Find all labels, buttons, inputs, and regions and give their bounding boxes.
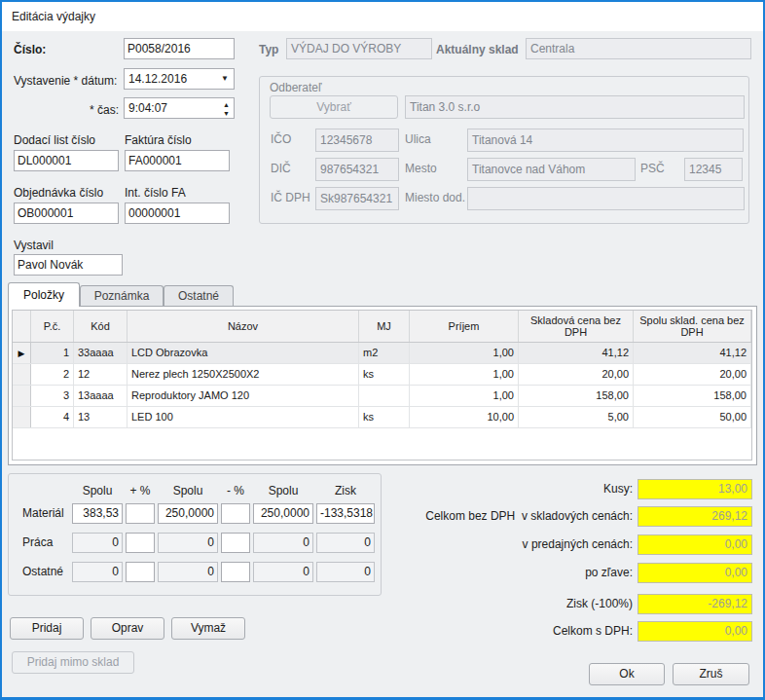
column-header-prijem[interactable]: Príjem <box>410 311 519 342</box>
celkom-skladove-label: Celkom bez DPH v skladových cenách: <box>255 506 633 527</box>
summary-input[interactable]: 0 <box>72 533 123 553</box>
predajne-value: 0,00 <box>638 534 752 555</box>
summary-input[interactable]: 0 <box>72 562 123 582</box>
ico-label: IČO <box>271 132 291 146</box>
date-value: 14.12.2016 <box>125 69 234 89</box>
cell-spolu: 20,00 <box>634 364 751 385</box>
vymaz-button[interactable]: Vymaž <box>171 617 245 640</box>
summary-input[interactable] <box>221 562 250 582</box>
cell-pc: 1 <box>31 343 74 363</box>
ico-value: 12345678 <box>316 129 398 151</box>
total-row-kusy: Kusy: 13,00 <box>255 479 752 499</box>
column-header-skladova-cena[interactable]: Skladová cena bez DPH <box>519 311 634 342</box>
total-row-zisk: Zisk (-100%) -269,12 <box>255 594 752 614</box>
cislo-input[interactable] <box>124 38 235 59</box>
title-bar[interactable]: Editácia výdajky <box>2 2 763 31</box>
summary-input[interactable]: 383,53 <box>72 503 123 524</box>
cell-mj <box>359 386 410 406</box>
cell-prijem: 10,00 <box>410 407 519 427</box>
ico-field: 12345678 <box>315 129 399 152</box>
summary-input[interactable]: 0 <box>158 562 218 582</box>
po-zlave-value: 0,00 <box>638 563 752 583</box>
ic-dph-label: IČ DPH <box>271 191 310 204</box>
ulica-value: Titanová 14 <box>468 129 743 151</box>
oprav-button[interactable]: Oprav <box>91 617 164 640</box>
dodaci-list-input[interactable] <box>14 150 119 171</box>
typ-value: VÝDAJ DO VÝROBY <box>287 39 431 58</box>
psc-label: PSČ <box>640 162 665 175</box>
summary-input[interactable] <box>221 533 250 553</box>
odberatel-group: Odberateľ Vybrať Titan 3.0 s.r.o IČO 123… <box>259 76 749 224</box>
column-header-spolu-cena[interactable]: Spolu sklad. cena bez DPH <box>634 311 751 342</box>
table-row[interactable]: 313aaaaReproduktory JAMO 1201,00158,0015… <box>13 386 751 407</box>
ok-button[interactable]: Ok <box>589 663 665 685</box>
cell-mj: m2 <box>359 343 410 363</box>
summary-input[interactable] <box>221 503 250 524</box>
column-header-pc[interactable]: P.č. <box>31 311 74 342</box>
psc-field: 12345 <box>684 158 743 181</box>
items-table-body: ▶133aaaaLCD Obrazovkam21,0041,1241,12212… <box>13 343 751 428</box>
summary-row-label: Práca <box>22 533 53 553</box>
cell-kod: 33aaaa <box>74 343 128 363</box>
cell-nazov: Nerez plech 1250X2500X2 <box>128 364 359 385</box>
dialog-body: Číslo: Vystavenie * dátum: 14.12.2016 ▼ … <box>2 31 763 697</box>
cell-cena: 20,00 <box>519 364 634 385</box>
summary-input[interactable]: 250,0000 <box>158 503 218 524</box>
cas-label: * čas: <box>14 103 119 117</box>
row-indicator <box>13 364 31 385</box>
zisk-label: Zisk (-100%) <box>255 594 633 614</box>
objednavka-input[interactable] <box>14 203 119 224</box>
summary-input[interactable]: 0 <box>158 533 218 553</box>
typ-label: Typ <box>259 43 278 56</box>
tab-poznamka[interactable]: Poznámka <box>80 285 164 307</box>
tab-ostatne[interactable]: Ostatné <box>164 285 234 307</box>
odberatel-name-value: Titan 3.0 s.r.o <box>406 96 744 118</box>
table-row[interactable]: 212Nerez plech 1250X2500X2ks1,0020,0020,… <box>13 364 751 386</box>
summary-row-label: Materiál <box>22 503 64 524</box>
chevron-down-icon[interactable]: ▼ <box>221 75 229 83</box>
dic-value: 987654321 <box>316 159 398 180</box>
pridaj-button[interactable]: Pridaj <box>10 617 84 640</box>
summary-header-spolu-2: Spolu <box>158 484 218 497</box>
summary-input[interactable] <box>126 562 155 582</box>
date-picker[interactable]: 14.12.2016 ▼ <box>124 68 235 90</box>
summary-header-spolu-1: Spolu <box>72 484 123 497</box>
vybrat-button[interactable]: Vybrať <box>270 95 398 119</box>
summary-row-label: Ostatné <box>22 562 63 582</box>
table-row[interactable]: 413LED 100ks10,005,0050,00 <box>13 407 751 428</box>
cell-spolu: 41,12 <box>634 343 751 363</box>
int-cislo-fa-input[interactable] <box>125 203 230 224</box>
cell-cena: 158,00 <box>519 386 634 406</box>
dic-label: DIČ <box>271 162 291 175</box>
summary-input[interactable] <box>126 503 155 524</box>
celkom-s-dph-value: 0,00 <box>638 621 752 642</box>
faktura-label: Faktúra číslo <box>125 133 192 147</box>
arrow-up-icon[interactable]: ▲ <box>223 101 230 108</box>
vystavil-input[interactable] <box>14 254 123 276</box>
odberatel-group-label: Odberateľ <box>270 81 322 94</box>
faktura-input[interactable] <box>125 150 230 171</box>
column-header-kod[interactable]: Kód <box>74 311 128 342</box>
summary-header-plus-pct: + % <box>126 484 155 497</box>
ulica-label: Ulica <box>405 132 431 146</box>
cell-cena: 41,12 <box>519 343 634 363</box>
cell-pc: 3 <box>31 386 74 406</box>
table-row[interactable]: ▶133aaaaLCD Obrazovkam21,0041,1241,12 <box>13 343 751 364</box>
cell-kod: 13aaaa <box>74 386 128 406</box>
cell-prijem: 1,00 <box>410 386 519 406</box>
zisk-value: -269,12 <box>638 594 752 614</box>
tab-polozky[interactable]: Položky <box>8 282 80 307</box>
column-header-nazov[interactable]: Názov <box>128 311 359 342</box>
pridaj-mimo-sklad-button[interactable]: Pridaj mimo sklad <box>12 651 134 674</box>
mesto-value: Titanovce nad Váhom <box>468 159 635 180</box>
arrow-down-icon[interactable]: ▼ <box>223 110 230 117</box>
zrus-button[interactable]: Zruš <box>673 663 749 685</box>
psc-value: 12345 <box>685 159 742 180</box>
aktualny-sklad-field: Centrala <box>526 38 751 59</box>
total-row-predajne-ceny: v predajných cenách: 0,00 <box>255 534 752 555</box>
time-stepper[interactable]: 9:04:07 ▲ ▼ <box>124 97 235 119</box>
column-header-mj[interactable]: MJ <box>359 311 410 342</box>
summary-input[interactable] <box>126 533 155 553</box>
row-indicator <box>13 407 31 427</box>
window-title: Editácia výdajky <box>2 2 763 23</box>
